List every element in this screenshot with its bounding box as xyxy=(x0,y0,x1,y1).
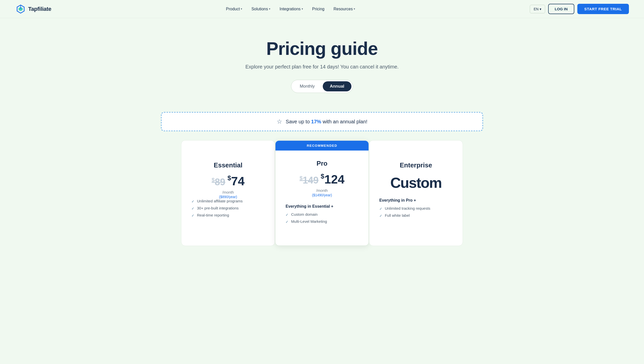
list-item: ✓Real-time reporting xyxy=(191,213,265,217)
annual-toggle[interactable]: Annual xyxy=(323,81,351,91)
list-item: ✓Multi-Level Marketing xyxy=(286,219,358,224)
pro-old-price: $149 xyxy=(300,175,319,186)
login-button[interactable]: LOG IN xyxy=(548,4,574,14)
save-percent: 17% xyxy=(311,119,321,124)
pro-yearly: ($1490/year) xyxy=(286,193,358,197)
pro-features: ✓Custom domain ✓Multi-Level Marketing xyxy=(286,212,358,224)
nav-product[interactable]: Product▾ xyxy=(226,7,242,11)
essential-old-price: $89 xyxy=(212,177,225,188)
enterprise-custom-price: Custom xyxy=(379,174,453,191)
essential-features: ✓Unlimited affiliate programs ✓30+ pre-b… xyxy=(191,199,265,217)
pro-features-title: Everything in Essential + xyxy=(286,204,358,209)
essential-yearly: ($890/year) xyxy=(191,195,265,199)
brand-name: Tapfiliate xyxy=(28,6,51,12)
essential-title: Essential xyxy=(191,161,265,169)
language-button[interactable]: EN ▾ xyxy=(530,5,545,13)
enterprise-features: ✓Unlimited tracking requests ✓Full white… xyxy=(379,206,453,218)
essential-new-price: $74 xyxy=(227,174,245,188)
essential-period: /month xyxy=(191,190,265,194)
nav-actions: EN ▾ LOG IN START FREE TRIAL xyxy=(530,4,629,14)
pricing-cards: Essential $89 $74 /month ($890/year) ✓Un… xyxy=(161,140,483,246)
save-banner: ☆ Save up to 17% with an annual plan! xyxy=(161,112,483,131)
logo[interactable]: Tapfiliate xyxy=(15,5,51,14)
pro-period: /month xyxy=(286,188,358,193)
list-item: ✓Custom domain xyxy=(286,212,358,217)
nav-resources[interactable]: Resources▾ xyxy=(334,7,355,11)
pro-price-area: $149 $124 xyxy=(286,172,358,186)
hero-subtitle: Explore your perfect plan free for 14 da… xyxy=(10,64,634,70)
recommended-badge: RECOMMENDED xyxy=(275,141,368,151)
pro-title: Pro xyxy=(286,160,358,167)
nav-links: Product▾ Solutions▾ Integrations▾ Pricin… xyxy=(226,7,355,11)
enterprise-card: Enterprise Custom Everything in Pro + ✓U… xyxy=(369,140,463,246)
nav-pricing[interactable]: Pricing xyxy=(312,7,325,11)
navbar: Tapfiliate Product▾ Solutions▾ Integrati… xyxy=(0,0,644,18)
enterprise-features-title: Everything in Pro + xyxy=(379,198,453,203)
essential-card: Essential $89 $74 /month ($890/year) ✓Un… xyxy=(181,140,275,246)
enterprise-title: Enterprise xyxy=(379,161,453,169)
save-banner-wrapper: ☆ Save up to 17% with an annual plan! xyxy=(141,112,503,131)
pro-card: RECOMMENDED Pro $149 $124 /month ($1490/… xyxy=(275,140,369,246)
save-text: Save up to 17% with an annual plan! xyxy=(286,119,368,125)
billing-toggle: Monthly Annual xyxy=(291,80,353,93)
nav-integrations[interactable]: Integrations▾ xyxy=(279,7,303,11)
list-item: ✓Unlimited affiliate programs xyxy=(191,199,265,203)
hero-title: Pricing guide xyxy=(10,38,634,59)
list-item: ✓Full white label xyxy=(379,213,453,218)
pro-new-price: $124 xyxy=(321,172,345,186)
start-trial-button[interactable]: START FREE TRIAL xyxy=(577,4,629,14)
essential-price-area: $89 $74 xyxy=(191,174,265,188)
list-item: ✓30+ pre-built integrations xyxy=(191,206,265,210)
star-icon: ☆ xyxy=(277,118,282,125)
nav-solutions[interactable]: Solutions▾ xyxy=(251,7,270,11)
list-item: ✓Unlimited tracking requests xyxy=(379,206,453,211)
logo-icon xyxy=(15,5,26,14)
hero-section: Pricing guide Explore your perfect plan … xyxy=(0,18,644,103)
monthly-toggle[interactable]: Monthly xyxy=(293,81,322,91)
